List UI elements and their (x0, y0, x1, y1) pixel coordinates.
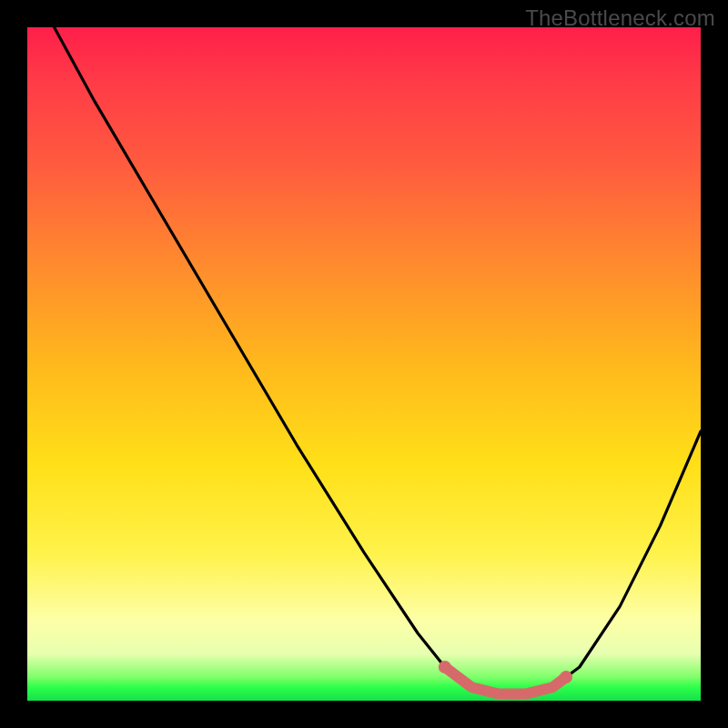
chart-frame: TheBottleneck.com (0, 0, 728, 728)
bottleneck-chart (27, 27, 701, 701)
optimal-range-end-dot (560, 671, 572, 683)
optimal-range-highlight (445, 667, 566, 694)
bottleneck-curve-path (55, 27, 701, 694)
optimal-range-start-dot (439, 661, 451, 673)
